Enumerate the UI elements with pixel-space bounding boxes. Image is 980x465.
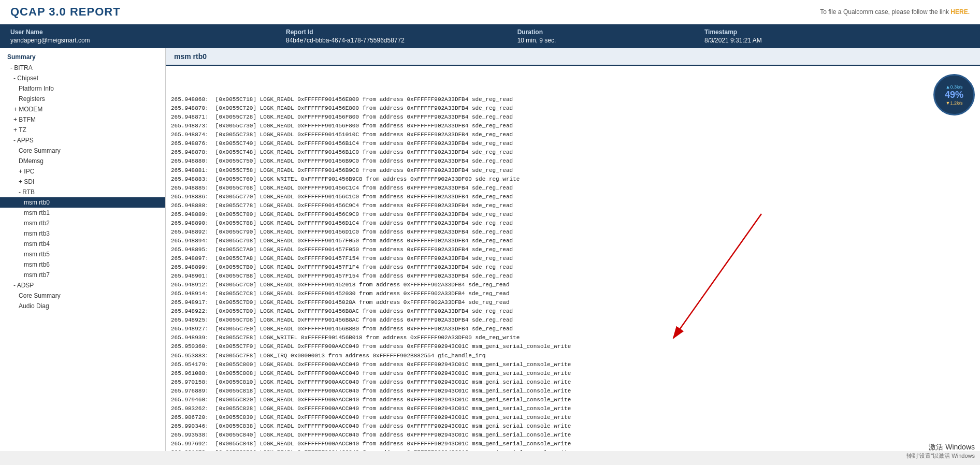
log-line: 265.948927: [0x0055C7E0] LOGK_READL 0xFF… — [171, 325, 975, 333]
log-line: 265.948874: [0x0055C738] LOGK_READL 0xFF… — [171, 130, 975, 139]
meta-timestamp-col: Timestamp 8/3/2021 9:31:21 AM — [699, 27, 975, 45]
log-line: 265.983262: [0x0055C828] LOGK_READL 0xFF… — [171, 404, 975, 413]
log-line: 265.976889: [0x0055C818] LOGK_READL 0xFF… — [171, 387, 975, 396]
sidebar-item-rtb[interactable]: - RTB — [0, 187, 165, 197]
log-line: 266.001673: [0x0055C850] LOGK_READL 0xFF… — [171, 448, 975, 451]
main-layout: Summary - BITRA- ChipsetPlatform InfoReg… — [0, 48, 980, 451]
windows-activation: 激活 Windows 转到"设置"以激活 Windows — [906, 443, 975, 451]
log-line: 265.986720: [0x0055C830] LOGK_READL 0xFF… — [171, 413, 975, 422]
log-line: 265.948922: [0x0055C7D0] LOGK_READL 0xFF… — [171, 307, 975, 316]
log-line: 265.948868: [0x0055C718] LOGK_READL 0xFF… — [171, 95, 975, 104]
sidebar-item-core-summary-adsp[interactable]: Core Summary — [0, 290, 165, 301]
content-area: ▲0.3k/s 49% ▼1.2k/s msm rtb0 265.948868:… — [166, 48, 980, 451]
log-view[interactable]: 265.948868: [0x0055C718] LOGK_READL 0xFF… — [166, 66, 980, 451]
sidebar[interactable]: Summary - BITRA- ChipsetPlatform InfoReg… — [0, 48, 166, 451]
meta-duration-label: Duration — [517, 28, 694, 36]
sidebar-item-registers[interactable]: Registers — [0, 94, 165, 104]
meta-username-label: User Name — [10, 28, 276, 36]
log-line: 265.948878: [0x0055C748] LOGK_READL 0xFF… — [171, 148, 975, 157]
sidebar-items-container: - BITRA- ChipsetPlatform InfoRegisters+ … — [0, 63, 165, 311]
meta-duration-value: 10 min, 9 sec. — [517, 37, 556, 44]
log-line: 265.953883: [0x0055C7F8] LOGK_IRQ 0x0000… — [171, 352, 975, 360]
log-line: 265.997692: [0x0055C848] LOGK_READL 0xFF… — [171, 440, 975, 448]
meta-username-col: User Name yandapeng@meigsmart.com — [5, 27, 281, 45]
sidebar-item-msm-rtb5[interactable]: msm rtb5 — [0, 249, 165, 259]
sidebar-item-chipset[interactable]: - Chipset — [0, 73, 165, 83]
log-line: 265.990346: [0x0055C838] LOGK_READL 0xFF… — [171, 422, 975, 431]
content-title: msm rtb0 — [166, 48, 980, 66]
page-header: QCAP 3.0 REPORT To file a Qualcomm case,… — [0, 0, 980, 24]
sidebar-item-btfm[interactable]: + BTFM — [0, 114, 165, 125]
sidebar-item-modem[interactable]: + MODEM — [0, 104, 165, 114]
meta-username-value: yandapeng@meigsmart.com — [10, 37, 90, 44]
log-line: 265.948939: [0x0055C7E8] LOGK_WRITEL 0xF… — [171, 333, 975, 342]
sidebar-item-dmesg[interactable]: DMemsg — [0, 156, 165, 166]
log-line: 265.948880: [0x0055C750] LOGK_READL 0xFF… — [171, 157, 975, 166]
meta-reportid-col: Report Id 84b4e7cd-bbba-4674-a178-775596… — [281, 27, 512, 45]
meta-timestamp-value: 8/3/2021 9:31:21 AM — [704, 37, 762, 44]
meta-reportid-label: Report Id — [286, 28, 507, 36]
bandwidth-indicator: ▲0.3k/s 49% ▼1.2k/s — [933, 74, 975, 115]
log-line: 265.954179: [0x0055C800] LOGK_READL 0xFF… — [171, 360, 975, 369]
bw-down: ▼1.2k/s — [946, 100, 963, 106]
qual-link-anchor[interactable]: HERE. — [950, 8, 970, 16]
log-line: 265.948917: [0x0055C7D0] LOGK_READL 0xFF… — [171, 298, 975, 307]
log-line: 265.948894: [0x0055C798] LOGK_READL 0xFF… — [171, 237, 975, 245]
app-title: QCAP 3.0 REPORT — [10, 5, 121, 19]
sidebar-item-tz[interactable]: + TZ — [0, 125, 165, 135]
log-line: 265.993538: [0x0055C840] LOGK_READL 0xFF… — [171, 431, 975, 440]
qual-link-text: To file a Qualcomm case, please follow t… — [820, 8, 950, 16]
meta-bar: User Name yandapeng@meigsmart.com Report… — [0, 24, 980, 48]
log-line: 265.948885: [0x0055C768] LOGK_READL 0xFF… — [171, 184, 975, 193]
log-line: 265.961088: [0x0055C808] LOGK_READL 0xFF… — [171, 369, 975, 378]
meta-reportid-value: 84b4e7cd-bbba-4674-a178-775596d58772 — [286, 37, 405, 44]
log-line: 265.948925: [0x0055C7D8] LOGK_READL 0xFF… — [171, 316, 975, 325]
log-line: 265.948899: [0x0055C7B0] LOGK_READL 0xFF… — [171, 263, 975, 272]
sidebar-item-bitra[interactable]: - BITRA — [0, 63, 165, 73]
sidebar-item-msm-rtb3[interactable]: msm rtb3 — [0, 228, 165, 239]
sidebar-item-msm-rtb4[interactable]: msm rtb4 — [0, 239, 165, 249]
sidebar-item-core-summary-apps[interactable]: Core Summary — [0, 146, 165, 156]
sidebar-item-apps[interactable]: - APPS — [0, 135, 165, 146]
log-line: 265.950360: [0x0055C7F0] LOGK_READL 0xFF… — [171, 342, 975, 351]
sidebar-item-msm-rtb2[interactable]: msm rtb2 — [0, 218, 165, 228]
bw-up: ▲0.3k/s — [946, 84, 963, 90]
sidebar-item-ipc[interactable]: + IPC — [0, 166, 165, 177]
sidebar-item-msm-rtb7[interactable]: msm rtb7 — [0, 270, 165, 280]
log-line: 265.948876: [0x0055C740] LOGK_READL 0xFF… — [171, 139, 975, 148]
log-line: 265.948888: [0x0055C778] LOGK_READL 0xFF… — [171, 201, 975, 210]
log-line: 265.948914: [0x0055C7C8] LOGK_READL 0xFF… — [171, 289, 975, 298]
sidebar-summary-label[interactable]: Summary — [0, 51, 165, 63]
log-line: 265.948883: [0x0055C760] LOGK_WRITEL 0xF… — [171, 175, 975, 184]
sidebar-item-sdi[interactable]: + SDI — [0, 177, 165, 187]
log-line: 265.948881: [0x0055C758] LOGK_READL 0xFF… — [171, 166, 975, 175]
meta-duration-col: Duration 10 min, 9 sec. — [512, 27, 699, 45]
sidebar-item-msm-rtb1[interactable]: msm rtb1 — [0, 208, 165, 218]
meta-timestamp-label: Timestamp — [704, 28, 970, 36]
log-line: 265.948873: [0x0055C730] LOGK_READL 0xFF… — [171, 122, 975, 130]
sidebar-item-platform-info[interactable]: Platform Info — [0, 83, 165, 94]
log-line: 265.948895: [0x0055C7A0] LOGK_READL 0xFF… — [171, 245, 975, 254]
log-line: 265.948901: [0x0055C7B8] LOGK_READL 0xFF… — [171, 272, 975, 281]
log-line: 265.979460: [0x0055C820] LOGK_READL 0xFF… — [171, 396, 975, 404]
sidebar-item-msm-rtb0[interactable]: msm rtb0 — [0, 197, 165, 208]
log-line: 265.948890: [0x0055C788] LOGK_READL 0xFF… — [171, 219, 975, 228]
qual-link-container: To file a Qualcomm case, please follow t… — [820, 8, 970, 16]
sidebar-item-adsp[interactable]: - ADSP — [0, 280, 165, 290]
log-line: 265.948889: [0x0055C780] LOGK_READL 0xFF… — [171, 210, 975, 219]
log-line: 265.948871: [0x0055C728] LOGK_READL 0xFF… — [171, 113, 975, 122]
log-line: 265.948892: [0x0055C790] LOGK_READL 0xFF… — [171, 228, 975, 237]
win-activate-line1: 激活 Windows — [906, 443, 975, 451]
log-line: 265.948886: [0x0055C770] LOGK_READL 0xFF… — [171, 193, 975, 201]
sidebar-item-msm-rtb6[interactable]: msm rtb6 — [0, 259, 165, 270]
log-line: 265.948912: [0x0055C7C0] LOGK_READL 0xFF… — [171, 281, 975, 289]
bw-percent: 49% — [945, 90, 963, 100]
sidebar-item-audio-diag[interactable]: Audio Diag — [0, 301, 165, 311]
log-line: 265.948870: [0x0055C720] LOGK_READL 0xFF… — [171, 104, 975, 113]
log-line: 265.948897: [0x0055C7A8] LOGK_READL 0xFF… — [171, 254, 975, 263]
log-line: 265.970158: [0x0055C810] LOGK_READL 0xFF… — [171, 378, 975, 387]
